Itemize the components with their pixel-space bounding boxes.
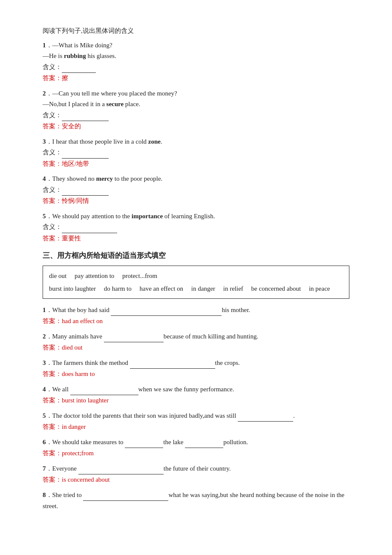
q3-answer: 答案：地区/地带	[43, 159, 349, 170]
section2-instruction: 阅读下列句子,说出黑体词的含义	[43, 26, 349, 37]
s3-q6-line: 6．We should take measures to the lake po…	[43, 437, 349, 448]
s3-q5-line: 5．The doctor told the parents that their…	[43, 410, 349, 422]
s3-q1-line: 1．What the boy had said his mother.	[43, 305, 349, 316]
question-2: 2．—Can you tell me where you placed the …	[43, 88, 349, 132]
s3-q7-line: 7．Everyone the future of their country.	[43, 463, 349, 475]
s3-question-6: 6．We should take measures to the lake po…	[43, 437, 349, 459]
q1-answer: 答案：擦	[43, 73, 349, 84]
section3-title: 三、用方框内所给短语的适当形式填空	[43, 250, 349, 262]
s3-question-1: 1．What the boy had said his mother. 答案：h…	[43, 305, 349, 327]
s3-q5-answer: 答案：in danger	[43, 422, 349, 433]
q2-line2: —No,but I placed it in a secure place.	[43, 99, 349, 110]
q5-answer: 答案：重要性	[43, 233, 349, 244]
s3-question-7: 7．Everyone the future of their country. …	[43, 463, 349, 486]
s3-q4-answer: 答案：burst into laughter	[43, 395, 349, 406]
q5-meaning: 含义：	[43, 222, 349, 233]
phrase-row-2: burst into laughter do harm to have an e…	[49, 282, 343, 295]
s3-q6-answer: 答案：protect;from	[43, 448, 349, 459]
q3-line1: 3．I hear that those people live in a col…	[43, 136, 349, 147]
phrase-box: die out pay attention to protect...from …	[43, 266, 349, 299]
question-5: 5．We should pay attention to the importa…	[43, 211, 349, 244]
s3-question-5: 5．The doctor told the parents that their…	[43, 410, 349, 433]
s3-q7-answer: 答案：is concerned about	[43, 474, 349, 486]
q4-line1: 4．They showed no mercy to the poor peopl…	[43, 173, 349, 185]
s3-question-8: 8．She tried to what he was saying,but sh…	[43, 490, 349, 512]
s3-q2-answer: 答案：died out	[43, 342, 349, 353]
q2-meaning: 含义：	[43, 110, 349, 121]
s3-q1-answer: 答案：had an effect on	[43, 316, 349, 327]
s3-q2-line: 2．Many animals have because of much kill…	[43, 331, 349, 343]
question-1: 1．—What is Mike doing? —He is rubbing hi…	[43, 40, 349, 84]
s3-question-3: 3．The farmers think the method the crops…	[43, 358, 349, 380]
question-4: 4．They showed no mercy to the poor peopl…	[43, 173, 349, 207]
phrase-row-1: die out pay attention to protect...from	[49, 269, 343, 282]
q4-meaning: 含义：	[43, 185, 349, 196]
q2-answer: 答案：安全的	[43, 121, 349, 132]
s3-question-4: 4．We all when we saw the funny performan…	[43, 384, 349, 406]
q4-answer: 答案：怜悯/同情	[43, 196, 349, 207]
q2-line1: 2．—Can you tell me where you placed the …	[43, 88, 349, 99]
q1-line1: 1．—What is Mike doing?	[43, 40, 349, 51]
s3-q8-line: 8．She tried to what he was saying,but sh…	[43, 490, 349, 512]
question-3: 3．I hear that those people live in a col…	[43, 136, 349, 170]
s3-question-2: 2．Many animals have because of much kill…	[43, 331, 349, 353]
q3-meaning: 含义：	[43, 147, 349, 159]
s3-q3-answer: 答案：does harm to	[43, 369, 349, 380]
s3-q3-line: 3．The farmers think the method the crops…	[43, 358, 349, 369]
s3-q4-line: 4．We all when we saw the funny performan…	[43, 384, 349, 396]
q5-line1: 5．We should pay attention to the importa…	[43, 211, 349, 222]
q1-meaning: 含义：	[43, 62, 349, 73]
q1-line2: —He is rubbing his glasses.	[43, 51, 349, 62]
